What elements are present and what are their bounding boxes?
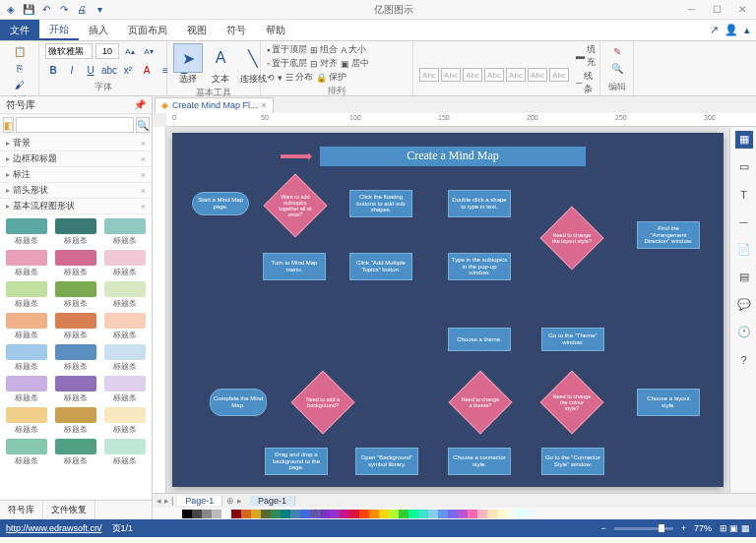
rotate-btn[interactable]: ⟲ ▾	[267, 73, 283, 83]
color-swatch[interactable]	[389, 510, 399, 518]
node-17[interactable]: Drag and drop a background to the page.	[265, 448, 328, 475]
shape-item[interactable]: 标题条	[101, 218, 148, 246]
font-grow-icon[interactable]: A▴	[122, 43, 138, 59]
align-btn[interactable]: ⊟ 对齐	[310, 57, 338, 70]
fill-dropdown[interactable]: ▬ 填充	[576, 43, 596, 69]
shape-item[interactable]: 标题条	[101, 281, 148, 309]
color-swatch[interactable]	[369, 510, 379, 518]
color-swatch[interactable]	[231, 510, 241, 518]
node-10[interactable]: Choose a theme.	[448, 328, 511, 351]
distribute-btn[interactable]: ☰ 分布	[285, 71, 313, 84]
find-icon[interactable]: ✎	[609, 43, 625, 59]
zoom-in-icon[interactable]: +	[681, 523, 686, 533]
color-swatch[interactable]	[202, 510, 212, 518]
color-swatch[interactable]	[340, 510, 349, 518]
node-18[interactable]: Open "Background" symbol library.	[355, 448, 418, 475]
color-swatch[interactable]	[497, 510, 507, 518]
tool-layers[interactable]: ▤	[735, 269, 753, 286]
tab-home[interactable]: 开始	[39, 20, 79, 40]
tab-layout[interactable]: 页面布局	[118, 20, 177, 40]
node-6[interactable]: Click "Add Multiple Topics" button.	[349, 253, 412, 280]
paste-icon[interactable]: 📋	[12, 43, 28, 59]
shape-item[interactable]: 标题条	[53, 281, 99, 309]
highlight-icon[interactable]: x²	[120, 62, 136, 78]
qat-more-icon[interactable]: ▾	[93, 3, 106, 17]
tab-symbol[interactable]: 符号	[217, 20, 256, 40]
node-dec4[interactable]: Need to change a theme?	[448, 370, 512, 434]
tool-help[interactable]: ?	[735, 351, 753, 369]
save-icon[interactable]: 💾	[22, 3, 35, 17]
italic-icon[interactable]: I	[64, 62, 80, 78]
color-swatch[interactable]	[221, 510, 231, 518]
text-tool[interactable]: A文本	[206, 43, 235, 86]
font-shrink-icon[interactable]: A▾	[141, 43, 157, 59]
color-swatch[interactable]	[271, 510, 281, 518]
shape-item[interactable]: 标题条	[4, 376, 50, 403]
node-3[interactable]: Click the floating buttons to add sub sh…	[349, 190, 412, 217]
share-icon[interactable]: ↗	[710, 24, 719, 36]
color-swatch[interactable]	[428, 510, 438, 518]
tab-view[interactable]: 视图	[177, 20, 217, 40]
sidebar-category[interactable]: ▸边框和标题×	[0, 151, 152, 167]
color-swatch[interactable]	[458, 510, 468, 518]
shape-item[interactable]: 标题条	[101, 313, 148, 340]
color-swatch[interactable]	[349, 510, 359, 518]
node-4[interactable]: Double click a shape to type in text.	[448, 190, 511, 217]
color-swatch[interactable]	[192, 510, 202, 518]
print-icon[interactable]: 🖨	[75, 3, 89, 17]
tab-insert[interactable]: 插入	[79, 20, 118, 40]
tab-file[interactable]: 文件	[0, 20, 39, 40]
shape-item[interactable]: 标题条	[101, 407, 148, 435]
search-icon[interactable]: 🔍	[136, 117, 150, 133]
shape-item[interactable]: 标题条	[4, 439, 50, 466]
shape-item[interactable]: 标题条	[53, 218, 99, 246]
node-16[interactable]: Choose a layout style.	[637, 389, 700, 416]
node-7[interactable]: Type in the subtopics in the pop-up wind…	[448, 253, 511, 280]
protect-btn[interactable]: 🔒 保护	[316, 71, 346, 84]
node-dec5[interactable]: Need to change the colour style?	[539, 370, 603, 434]
color-swatch[interactable]	[300, 510, 310, 518]
node-11[interactable]: Go to the "Theme" window.	[541, 328, 604, 351]
select-tool[interactable]: ➤选择	[173, 43, 203, 86]
node-20[interactable]: Go to the "Connector Style" window.	[541, 448, 604, 475]
bold-icon[interactable]: B	[45, 62, 61, 78]
color-swatch[interactable]	[448, 510, 458, 518]
shape-item[interactable]: 标题条	[53, 313, 99, 340]
color-swatch[interactable]	[438, 510, 448, 518]
font-family-select[interactable]	[45, 43, 93, 59]
shape-item[interactable]: 标题条	[53, 344, 99, 372]
color-swatch[interactable]	[330, 510, 340, 518]
font-size-select[interactable]	[95, 43, 119, 59]
shape-item[interactable]: 标题条	[101, 250, 148, 277]
line-dropdown[interactable]: ─ 线条	[576, 70, 596, 95]
copy-icon[interactable]: ⎘	[12, 60, 28, 76]
view-mode-icon[interactable]: ⊞ ▣ ▦	[720, 523, 750, 533]
node-dec3[interactable]: Need to add a background?	[290, 370, 354, 434]
tool-clock[interactable]: 🕐	[735, 324, 753, 341]
color-swatch[interactable]	[182, 510, 192, 518]
page-tab-1[interactable]: Page-1	[177, 496, 222, 506]
color-swatch[interactable]	[517, 510, 527, 518]
style-gallery[interactable]: AbcAbcAbcAbcAbcAbcAbc	[419, 68, 569, 82]
shape-item[interactable]: 标题条	[53, 250, 99, 277]
tab-help[interactable]: 帮助	[256, 20, 295, 40]
color-swatch[interactable]	[379, 510, 389, 518]
maximize-icon[interactable]: ☐	[707, 4, 726, 15]
sidebar-category[interactable]: ▸基本流程图形状×	[0, 199, 152, 214]
shape-item[interactable]: 标题条	[4, 218, 50, 246]
font-color-icon[interactable]: A	[139, 62, 155, 78]
diagram-title[interactable]: Create a Mind Map	[320, 147, 586, 166]
minimize-icon[interactable]: ─	[681, 4, 701, 15]
tool-text[interactable]: T	[735, 186, 753, 204]
shape-item[interactable]: 标题条	[4, 313, 50, 340]
footer-restore[interactable]: 文件恢复	[43, 501, 95, 519]
close-icon[interactable]: ✕	[732, 4, 752, 15]
bring-front[interactable]: ▪ 置于顶层	[267, 43, 307, 56]
footer-library[interactable]: 符号库	[0, 501, 43, 519]
color-swatch[interactable]	[487, 510, 497, 518]
undo-icon[interactable]: ↶	[39, 3, 53, 17]
shape-item[interactable]: 标题条	[101, 439, 148, 466]
color-swatch[interactable]	[281, 510, 290, 518]
tool-line[interactable]: ─	[735, 213, 753, 231]
size-btn[interactable]: A 大小	[341, 43, 366, 56]
